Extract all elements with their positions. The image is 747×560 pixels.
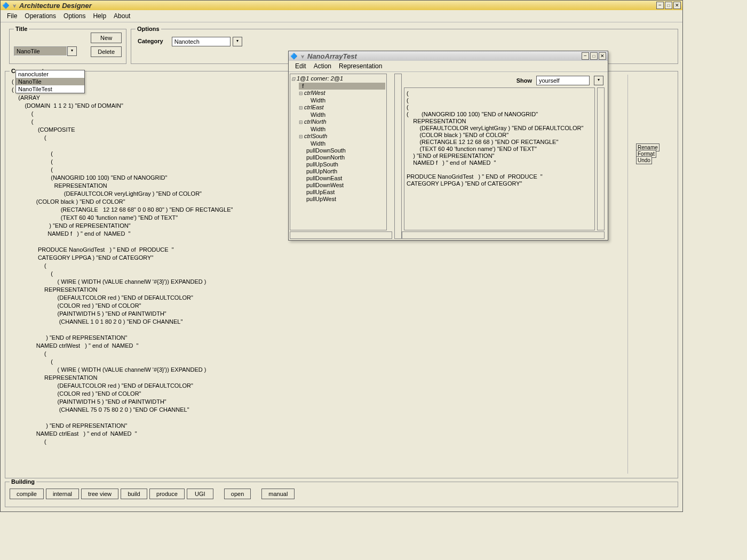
app-icon: 🔷 <box>2 2 10 9</box>
category-select[interactable]: Nanotech <box>172 37 231 46</box>
tree-hscroll[interactable] <box>290 231 392 239</box>
tree-node[interactable]: pullDownWest <box>306 182 385 189</box>
produce-button[interactable]: produce <box>149 489 185 499</box>
treeview-button[interactable]: tree view <box>81 489 118 499</box>
sub-pin-icon[interactable] <box>299 52 306 60</box>
dropdown-item-nanotiletest[interactable]: NanoTileTest <box>16 85 84 93</box>
main-menubar: File Operations Options Help About <box>1 10 682 22</box>
sub-titlebar[interactable]: 🔷 NanoArrayTest <box>289 51 608 61</box>
sub-menu-representation[interactable]: Representation <box>339 62 382 70</box>
pin-icon[interactable] <box>11 2 18 9</box>
tree-node[interactable]: pullDownSouth <box>306 147 385 154</box>
title-fieldset: Title NanoTile ▾ New Delete <box>9 29 126 64</box>
tree-node[interactable]: pullUpEast <box>306 189 385 196</box>
show-label: Show <box>516 77 532 84</box>
sub-max-button[interactable] <box>590 52 598 60</box>
tree-node[interactable]: pullDownEast <box>306 175 385 182</box>
tree-child[interactable]: Width <box>311 126 385 133</box>
main-max-button[interactable] <box>665 2 672 9</box>
dropdown-item-nanotile[interactable]: NanoTile <box>16 78 84 85</box>
sub-title: NanoArrayTest <box>307 52 581 60</box>
tree-child[interactable]: Width <box>311 97 385 104</box>
options-legend: Options <box>136 26 161 32</box>
tree-node[interactable]: ctrlWest <box>299 90 385 97</box>
show-select[interactable]: yourself <box>536 76 590 85</box>
menu-help[interactable]: Help <box>93 12 106 20</box>
tree-pane[interactable]: 1@1 corner: 2@1 f ctrlWestWidthctrlEastW… <box>290 74 387 230</box>
sub-min-button[interactable] <box>582 52 589 60</box>
sub-menu-action[interactable]: Action <box>314 62 331 70</box>
delete-button[interactable]: Delete <box>91 46 122 57</box>
dropdown-item-nanocluster[interactable]: nanocluster <box>16 70 84 78</box>
code-scrollbar[interactable] <box>627 75 636 474</box>
title-dropdown-button[interactable]: ▾ <box>67 46 77 56</box>
side-button-column: Rename Format Undo <box>636 75 673 474</box>
tree-child[interactable]: Width <box>311 111 385 118</box>
tree-node[interactable]: pullUpSouth <box>306 161 385 168</box>
title-legend: Title <box>14 26 29 32</box>
menu-operations[interactable]: Operations <box>25 12 56 20</box>
internal-button[interactable]: internal <box>46 489 79 499</box>
building-legend: Building <box>10 478 36 485</box>
sub-menu-edit[interactable]: Edit <box>295 62 306 70</box>
menu-about[interactable]: About <box>114 12 130 20</box>
tree-node[interactable]: pullUpWest <box>306 196 385 203</box>
detail-hscroll[interactable] <box>402 231 605 239</box>
title-dropdown-list: nanocluster NanoTile NanoTileTest <box>15 70 85 93</box>
title-select[interactable]: NanoTile <box>14 46 67 56</box>
undo-button[interactable]: Undo <box>636 156 652 164</box>
new-button[interactable]: New <box>91 33 122 43</box>
detail-vscroll[interactable] <box>597 87 605 230</box>
building-fieldset: Building compile internal tree view buil… <box>5 482 678 507</box>
tree-root[interactable]: 1@1 corner: 2@1 <box>297 75 343 82</box>
open-button[interactable]: open <box>224 489 251 499</box>
build-button[interactable]: build <box>121 489 147 499</box>
category-label: Category <box>138 38 163 44</box>
main-title: Architecture Designer <box>19 2 655 10</box>
sub-menubar: Edit Action Representation <box>289 61 608 72</box>
tree-node[interactable]: ctrlNorth <box>299 118 385 126</box>
show-dropdown-button[interactable]: ▾ <box>594 76 603 85</box>
sub-window: 🔷 NanoArrayTest Edit Action Representati… <box>288 51 608 241</box>
ugi-button[interactable]: UGI <box>187 489 213 499</box>
sub-app-icon: 🔷 <box>290 52 298 60</box>
tree-selected[interactable]: f <box>299 83 385 90</box>
tree-node[interactable]: ctrlSouth <box>299 133 385 140</box>
main-close-button[interactable] <box>673 2 681 9</box>
category-dropdown-button[interactable]: ▾ <box>233 37 242 46</box>
tree-child[interactable]: Width <box>311 140 385 147</box>
main-min-button[interactable] <box>656 2 664 9</box>
main-titlebar: 🔷 Architecture Designer <box>1 1 682 10</box>
detail-pane[interactable]: ( ( ( ( (NANOGRID 100 100) "END of NANOG… <box>404 87 595 230</box>
manual-button[interactable]: manual <box>261 489 295 499</box>
tree-node[interactable]: ctrlEast <box>299 104 385 111</box>
tree-node[interactable]: pullUpNorth <box>306 168 385 175</box>
menu-file[interactable]: File <box>7 12 17 20</box>
menu-options[interactable]: Options <box>63 12 85 20</box>
compile-button[interactable]: compile <box>10 489 44 499</box>
tree-vscroll[interactable] <box>394 74 402 239</box>
tree-node[interactable]: pullDownNorth <box>306 154 385 161</box>
sub-close-button[interactable] <box>599 52 606 60</box>
